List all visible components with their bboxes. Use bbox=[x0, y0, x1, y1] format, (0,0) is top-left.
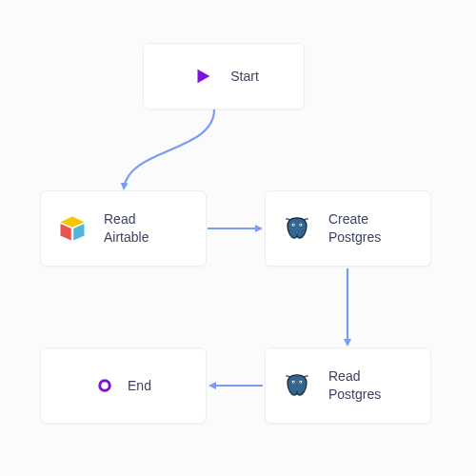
svg-point-9 bbox=[293, 382, 294, 383]
node-label: Read Airtable bbox=[104, 210, 149, 247]
postgres-icon bbox=[283, 371, 311, 400]
svg-marker-2 bbox=[73, 224, 84, 241]
edge-start-airtable bbox=[124, 109, 214, 188]
svg-marker-1 bbox=[61, 224, 71, 241]
node-read-postgres[interactable]: Read Postgres bbox=[265, 347, 431, 424]
svg-point-11 bbox=[100, 381, 110, 391]
end-ring-icon bbox=[95, 371, 114, 400]
node-label: End bbox=[128, 377, 151, 395]
postgres-icon bbox=[283, 214, 311, 243]
airtable-icon bbox=[58, 214, 87, 243]
play-icon bbox=[188, 62, 217, 90]
node-read-airtable[interactable]: Read Airtable bbox=[40, 190, 207, 267]
svg-point-6 bbox=[300, 225, 301, 226]
node-label: Create Postgres bbox=[328, 210, 381, 247]
workflow-canvas: Start Read Airtable Create Postgre bbox=[0, 0, 476, 476]
node-create-postgres[interactable]: Create Postgres bbox=[265, 190, 431, 267]
node-label: Start bbox=[230, 68, 259, 86]
svg-point-5 bbox=[293, 225, 294, 226]
node-start[interactable]: Start bbox=[143, 43, 305, 109]
svg-point-10 bbox=[300, 382, 301, 383]
node-label: Read Postgres bbox=[328, 367, 381, 404]
node-end[interactable]: End bbox=[40, 347, 207, 424]
